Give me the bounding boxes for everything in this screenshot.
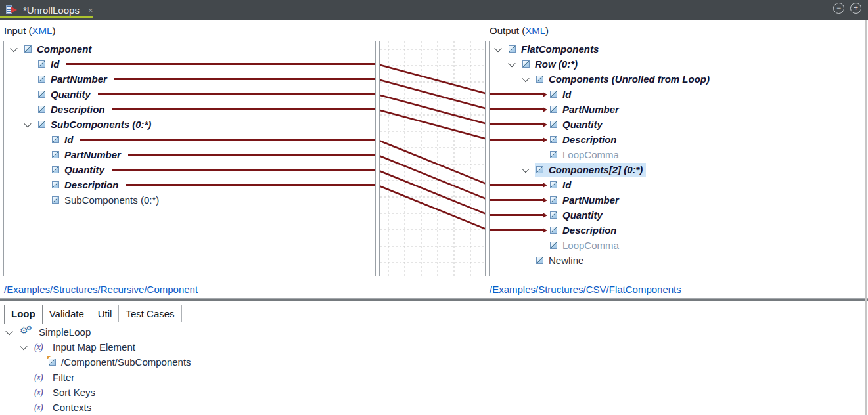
element-icon xyxy=(38,91,45,98)
output-header: Output (XML) xyxy=(490,25,549,36)
chevron-down-icon[interactable] xyxy=(494,44,501,51)
chevron-down-icon[interactable] xyxy=(10,44,17,51)
scrollbar[interactable] xyxy=(865,20,867,415)
tree-item[interactable]: FlatComponents xyxy=(490,41,863,56)
mapping-arrow xyxy=(490,137,547,142)
tree-item[interactable]: PartNumber xyxy=(490,192,863,207)
bottom-panel: LoopValidateUtilTest Cases ⚙⚙SimpleLoop(… xyxy=(0,301,868,415)
tree-item[interactable]: Id xyxy=(4,56,375,72)
tree-item-label: PartNumber xyxy=(51,74,107,85)
function-icon: (x) xyxy=(34,342,47,353)
tree-item[interactable]: (x)Sort Keys xyxy=(0,385,861,400)
tree-item-label: Component xyxy=(37,43,91,55)
zoom-in-icon[interactable]: + xyxy=(850,3,861,14)
mapping-arrow xyxy=(490,183,547,188)
tree-item[interactable]: Newline xyxy=(490,253,863,268)
tab-util[interactable]: Util xyxy=(91,305,120,322)
tree-item[interactable]: PartNumber xyxy=(4,147,375,162)
document-tab[interactable]: *UnrollLoops × xyxy=(0,0,93,20)
close-tab-icon[interactable]: × xyxy=(88,5,93,15)
mapping-line xyxy=(112,169,375,171)
tree-item[interactable]: Id xyxy=(490,177,863,192)
tree-item[interactable]: Quantity xyxy=(4,87,375,102)
tab-validate[interactable]: Validate xyxy=(43,305,91,322)
tree-item-label: Filter xyxy=(53,372,74,383)
element-icon xyxy=(38,60,45,68)
mapping-line xyxy=(98,93,375,95)
element-icon xyxy=(550,227,557,234)
selected-tree-item[interactable]: Components[2] (0:*) xyxy=(535,163,646,177)
tab-test-cases[interactable]: Test Cases xyxy=(119,305,181,322)
window-buttons: − + xyxy=(833,3,861,14)
tree-item-label: SubComponents (0:*) xyxy=(51,119,151,130)
tree-item[interactable]: Components[2] (0:*) xyxy=(490,162,863,177)
tree-item[interactable]: Description xyxy=(4,177,375,192)
chevron-down-icon[interactable] xyxy=(508,59,515,66)
tree-item-label: Description xyxy=(51,104,105,115)
mapping-arrow xyxy=(490,92,547,97)
chevron-down-icon[interactable] xyxy=(522,165,529,172)
tree-item[interactable]: Row (0:*) xyxy=(490,56,863,72)
mapping-arrow xyxy=(490,107,547,112)
tree-item[interactable]: Id xyxy=(490,87,863,102)
element-icon xyxy=(536,257,543,264)
tree-item-label: Id xyxy=(562,89,571,100)
zoom-out-icon[interactable]: − xyxy=(833,3,844,14)
tree-item[interactable]: Description xyxy=(490,132,863,147)
tree-item-label: Quantity xyxy=(562,209,603,221)
tree-item[interactable]: SubComponents (0:*) xyxy=(4,192,375,207)
tab-loop[interactable]: Loop xyxy=(4,305,43,324)
tree-item-label: Sort Keys xyxy=(53,387,95,398)
tree-item-label: Id xyxy=(562,179,571,190)
chevron-down-icon[interactable] xyxy=(20,342,27,349)
input-xml-link[interactable]: XML xyxy=(32,25,53,36)
tree-item[interactable]: LoopComma xyxy=(490,238,863,253)
tree-item-label: /Component/SubComponents xyxy=(61,357,191,368)
output-header-label: Output ( xyxy=(490,25,525,36)
tree-item[interactable]: Id xyxy=(4,132,375,147)
tree-item-label: PartNumber xyxy=(562,104,619,115)
tree-item[interactable]: SubComponents (0:*) xyxy=(4,117,375,132)
tree-item[interactable]: (x)Input Map Element xyxy=(0,339,861,355)
element-icon xyxy=(38,121,45,128)
tree-item[interactable]: (x)Filter xyxy=(0,370,861,385)
element-icon xyxy=(550,151,557,158)
bottom-tab-bar: LoopValidateUtilTest Cases xyxy=(4,305,182,322)
tree-item-label: Contexts xyxy=(53,402,91,413)
input-tree: ComponentIdPartNumberQuantityDescription… xyxy=(4,41,375,207)
mapping-document-icon xyxy=(5,5,18,15)
tree-item-label: Components (Unrolled from Loop) xyxy=(549,74,710,85)
element-icon xyxy=(550,242,557,249)
tree-item[interactable]: Quantity xyxy=(490,117,863,132)
tree-item-label: Description xyxy=(64,179,119,190)
tree-item[interactable]: LoopComma xyxy=(490,147,863,162)
chevron-down-icon[interactable] xyxy=(522,74,529,81)
tree-item[interactable]: ⚙⚙SimpleLoop xyxy=(0,324,861,339)
tree-item[interactable]: Component xyxy=(4,41,375,56)
mapping-line xyxy=(126,184,375,186)
tree-item[interactable]: Description xyxy=(4,102,375,117)
tree-item[interactable]: /Component/SubComponents xyxy=(0,355,861,370)
element-icon xyxy=(52,136,59,143)
tree-item[interactable]: (x)Contexts xyxy=(0,400,861,415)
element-icon xyxy=(550,181,557,188)
tree-item[interactable]: PartNumber xyxy=(4,72,375,87)
output-structure-path-link[interactable]: /Examples/Structures/CSV/FlatComponents xyxy=(490,284,681,295)
element-icon xyxy=(509,45,516,53)
chevron-down-icon[interactable] xyxy=(24,120,31,127)
tree-item[interactable]: Quantity xyxy=(490,207,863,223)
tree-item[interactable]: PartNumber xyxy=(490,102,863,117)
mapping-line xyxy=(114,78,375,80)
tree-item[interactable]: Description xyxy=(490,223,863,238)
input-structure-path-link[interactable]: /Examples/Structures/Recursive/Component xyxy=(4,284,198,295)
tree-item-label: Description xyxy=(562,134,617,145)
element-icon xyxy=(52,196,59,204)
tree-item[interactable]: Quantity xyxy=(4,162,375,177)
loop-gears-icon: ⚙⚙ xyxy=(20,326,34,338)
tree-item-label: LoopComma xyxy=(562,149,619,160)
output-xml-link[interactable]: XML xyxy=(525,25,545,36)
tree-item[interactable]: Components (Unrolled from Loop) xyxy=(490,72,863,87)
chevron-down-icon[interactable] xyxy=(5,327,12,334)
mapping-line xyxy=(128,154,375,156)
input-header-label: Input ( xyxy=(4,25,32,36)
